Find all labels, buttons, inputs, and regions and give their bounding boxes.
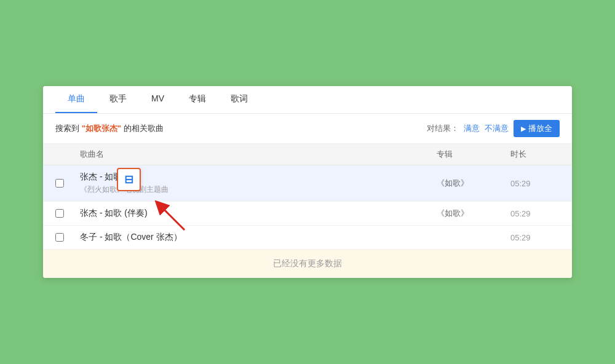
song-checkbox-3[interactable] <box>55 233 80 242</box>
main-container: 单曲 歌手 MV 专辑 歌词 搜索到 "如歌张杰" 的相关歌曲 对结果： 满意 … <box>43 86 572 278</box>
feedback-area: 对结果： 满意 不满意 播放全 <box>427 120 560 137</box>
table-row: 冬子 - 如歌（Cover 张杰） 05:29 <box>43 226 572 250</box>
not-satisfied-link[interactable]: 不满意 <box>485 123 509 134</box>
song-checkbox-2[interactable] <box>55 209 80 218</box>
nav-item-mv[interactable]: MV <box>139 86 177 113</box>
song-album-2: 《如歌》 <box>437 208 510 219</box>
song-title-area-2: 张杰 - 如歌 (伴奏) <box>80 208 437 219</box>
arrow-annotation <box>148 196 191 235</box>
tooltip-icon: ⊟ <box>124 173 133 186</box>
satisfied-link[interactable]: 满意 <box>464 123 480 134</box>
table-header: 歌曲名 专辑 时长 <box>43 144 572 165</box>
song-album-1: 《如歌》 <box>437 178 510 189</box>
table-row: 张杰 - 如歌 (伴奏) 《如歌》 05:29 <box>43 202 572 226</box>
top-nav: 单曲 歌手 MV 专辑 歌词 <box>43 86 572 114</box>
search-keyword: "如歌张杰" <box>82 124 121 133</box>
nav-item-lyrics[interactable]: 歌词 <box>218 86 260 113</box>
header-checkbox-col <box>55 149 80 160</box>
svg-line-1 <box>160 205 184 230</box>
song-duration-3: 05:29 <box>510 233 560 242</box>
nav-item-singer[interactable]: 歌手 <box>97 86 139 113</box>
song-duration-1: 05:29 <box>510 179 560 188</box>
nav-item-single[interactable]: 单曲 <box>55 86 97 113</box>
header-album-col: 专辑 <box>437 149 510 160</box>
no-more-data: 已经没有更多数据 <box>43 250 572 278</box>
song-name-3: 冬子 - 如歌（Cover 张杰） <box>80 232 437 243</box>
table-row: 张杰 - 如歌 《烈火如歌》电视剧主题曲 《如歌》 05:29 ⊟ <box>43 165 572 202</box>
search-header: 搜索到 "如歌张杰" 的相关歌曲 对结果： 满意 不满意 播放全 <box>43 114 572 144</box>
header-name-col: 歌曲名 <box>80 149 437 160</box>
play-all-button[interactable]: 播放全 <box>514 120 560 137</box>
song-duration-2: 05:29 <box>510 209 560 218</box>
search-result-text: 搜索到 "如歌张杰" 的相关歌曲 <box>55 123 164 134</box>
header-duration-col: 时长 <box>510 149 560 160</box>
song-name-2: 张杰 - 如歌 (伴奏) <box>80 208 437 219</box>
song-checkbox-1[interactable] <box>55 179 80 188</box>
song-title-area-3: 冬子 - 如歌（Cover 张杰） <box>80 232 437 243</box>
tooltip-popup: ⊟ <box>117 168 141 191</box>
nav-item-album[interactable]: 专辑 <box>177 86 218 113</box>
